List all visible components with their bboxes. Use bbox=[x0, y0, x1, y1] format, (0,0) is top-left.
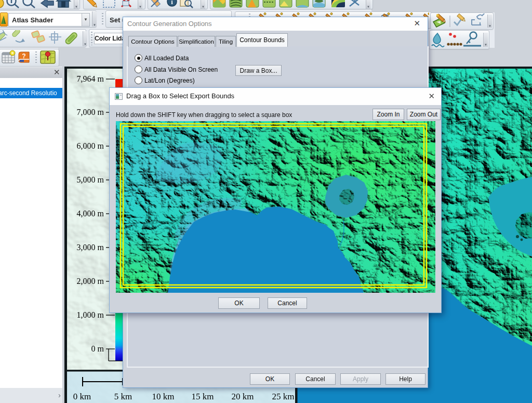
svg-text:7,000 m: 7,000 m bbox=[77, 108, 104, 116]
svg-text:2,000 m: 2,000 m bbox=[77, 277, 104, 285]
svg-text:15 km: 15 km bbox=[192, 392, 214, 401]
svg-text:?: ? bbox=[22, 53, 25, 60]
svg-text:5 km: 5 km bbox=[114, 392, 132, 401]
svg-text:6,000 m: 6,000 m bbox=[77, 141, 104, 150]
svg-text:0 km: 0 km bbox=[73, 392, 91, 401]
svg-text:25 km: 25 km bbox=[272, 392, 295, 401]
svg-text:4,000 m: 4,000 m bbox=[77, 209, 104, 218]
svg-text:5,000 m: 5,000 m bbox=[77, 175, 104, 184]
svg-text:10 km: 10 km bbox=[152, 392, 175, 401]
svg-text:3,000 m: 3,000 m bbox=[77, 243, 104, 252]
svg-text:20 km: 20 km bbox=[232, 392, 254, 401]
svg-text:1,000 m: 1,000 m bbox=[77, 310, 104, 319]
svg-text:7,964 m: 7,964 m bbox=[77, 74, 104, 83]
svg-text:i: i bbox=[171, 0, 173, 6]
svg-text:0 m: 0 m bbox=[91, 344, 104, 353]
